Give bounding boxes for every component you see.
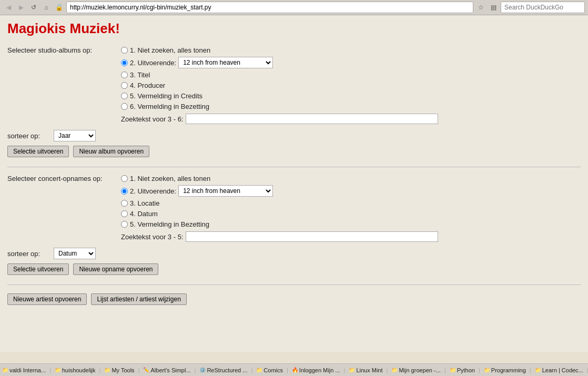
studio-radio-3[interactable]: [121, 72, 128, 78]
lock-icon: 🔒: [54, 2, 64, 13]
studio-performer-dropdown[interactable]: 12 inch from heaven: [178, 57, 273, 68]
concert-label-1: 1. Niet zoeken, alles tonen: [130, 175, 210, 182]
studio-option-3: 3. Titel: [121, 71, 438, 79]
concert-new-recording-button[interactable]: Nieuwe opname opvoeren: [73, 263, 158, 275]
concert-option-3: 3. Locatie: [121, 199, 438, 207]
concert-sort-row: sorteer op: Datum Locatie Naam: [7, 248, 581, 259]
studio-radio-2[interactable]: [121, 59, 128, 66]
home-button[interactable]: ⌂: [41, 2, 52, 13]
studio-label-2: 2. Uitvoerende:: [130, 59, 176, 67]
toolbar: ◀ ▶ ↺ ⌂ 🔒 ☆ ▤: [0, 0, 588, 15]
studio-zoektekst-input[interactable]: [186, 114, 438, 124]
list-artists-button[interactable]: Lijst artiesten / artiest wijzigen: [91, 293, 186, 305]
concert-section-label: Selecteer concert-opnames op:: [7, 174, 113, 182]
back-button[interactable]: ◀: [3, 2, 14, 13]
browser-chrome: ◀ ▶ ↺ ⌂ 🔒 ☆ ▤: [0, 0, 588, 15]
divider-1: [7, 167, 581, 167]
studio-label-4: 4. Producer: [130, 82, 165, 89]
concert-button-row: Selectie uitvoeren Nieuwe opname opvoere…: [7, 263, 581, 275]
concert-label-3: 3. Locatie: [130, 199, 159, 207]
concert-label-4: 4. Datum: [130, 210, 158, 218]
studio-new-album-button[interactable]: Nieuw album opvoeren: [73, 146, 149, 157]
concert-radio-5[interactable]: [121, 221, 128, 228]
divider-2: [7, 284, 581, 285]
studio-label-3: 3. Titel: [130, 71, 150, 79]
concert-section: Selecteer concert-opnames op: 1. Niet zo…: [7, 174, 581, 275]
studio-options: 1. Niet zoeken, alles tonen 2. Uitvoeren…: [121, 45, 438, 126]
concert-zoektekst-input[interactable]: [186, 231, 438, 242]
studio-header-row: Selecteer studio-albums op: 1. Niet zoek…: [7, 45, 581, 126]
studio-zoektekst-row: Zoektekst voor 3 - 6:: [121, 114, 438, 124]
studio-option-4: 4. Producer: [121, 82, 438, 89]
search-input[interactable]: [501, 2, 585, 13]
studio-radio-6[interactable]: [121, 103, 128, 110]
studio-option-2: 2. Uitvoerende: 12 inch from heaven: [121, 57, 438, 68]
forward-button[interactable]: ▶: [16, 2, 26, 13]
concert-select-button[interactable]: Selectie uitvoeren: [7, 263, 69, 275]
concert-option-2: 2. Uitvoerende: 12 inch from heaven: [121, 185, 438, 197]
concert-radio-4[interactable]: [121, 210, 128, 217]
studio-section: Selecteer studio-albums op: 1. Niet zoek…: [7, 45, 581, 157]
concert-radio-1[interactable]: [121, 175, 128, 182]
new-artist-button[interactable]: Nieuwe artiest opvoeren: [7, 293, 87, 305]
studio-label-1: 1. Niet zoeken, alles tonen: [130, 46, 210, 54]
studio-sort-dropdown[interactable]: Jaar Naam Datum: [54, 130, 96, 141]
studio-label-6: 6. Vermelding in Bezetting: [130, 103, 209, 110]
studio-option-5: 5. Vermelding in Credits: [121, 92, 438, 100]
studio-select-button[interactable]: Selectie uitvoeren: [7, 146, 69, 157]
bookmark-star-button[interactable]: ☆: [475, 2, 486, 13]
studio-sort-label: sorteer op:: [7, 132, 49, 140]
studio-sort-row: sorteer op: Jaar Naam Datum: [7, 130, 581, 141]
concert-zoektekst-label: Zoektekst voor 3 - 5:: [121, 233, 184, 241]
reader-button[interactable]: ▤: [488, 2, 499, 13]
concert-label-5: 5. Vermelding in Bezetting: [130, 220, 209, 228]
studio-radio-5[interactable]: [121, 93, 128, 99]
concert-options: 1. Niet zoeken, alles tonen 2. Uitvoeren…: [121, 174, 438, 243]
concert-sort-label: sorteer op:: [7, 250, 49, 258]
studio-option-6: 6. Vermelding in Bezetting: [121, 103, 438, 110]
bottom-buttons: Nieuwe artiest opvoeren Lijst artiesten …: [7, 293, 581, 305]
concert-label-2: 2. Uitvoerende:: [130, 187, 176, 195]
studio-radio-4[interactable]: [121, 82, 128, 89]
reload-button[interactable]: ↺: [28, 2, 39, 13]
studio-zoektekst-label: Zoektekst voor 3 - 6:: [121, 115, 184, 123]
concert-zoektekst-row: Zoektekst voor 3 - 5:: [121, 231, 438, 242]
studio-button-row: Selectie uitvoeren Nieuw album opvoeren: [7, 146, 581, 157]
studio-label-5: 5. Vermelding in Credits: [130, 92, 202, 100]
studio-option-1: 1. Niet zoeken, alles tonen: [121, 46, 438, 54]
concert-option-1: 1. Niet zoeken, alles tonen: [121, 175, 438, 182]
url-bar[interactable]: [66, 2, 473, 13]
page-title: Magiokis Muziek!: [7, 21, 581, 37]
concert-option-5: 5. Vermelding in Bezetting: [121, 220, 438, 228]
concert-sort-dropdown[interactable]: Datum Locatie Naam: [54, 248, 96, 259]
concert-header-row: Selecteer concert-opnames op: 1. Niet zo…: [7, 174, 581, 243]
concert-option-4: 4. Datum: [121, 210, 438, 218]
concert-radio-3[interactable]: [121, 200, 128, 207]
studio-section-label: Selecteer studio-albums op:: [7, 45, 113, 54]
concert-radio-2[interactable]: [121, 188, 128, 195]
page-content: Magiokis Muziek! Selecteer studio-albums…: [0, 15, 588, 352]
concert-performer-dropdown[interactable]: 12 inch from heaven: [178, 185, 273, 197]
studio-radio-1[interactable]: [121, 47, 128, 54]
